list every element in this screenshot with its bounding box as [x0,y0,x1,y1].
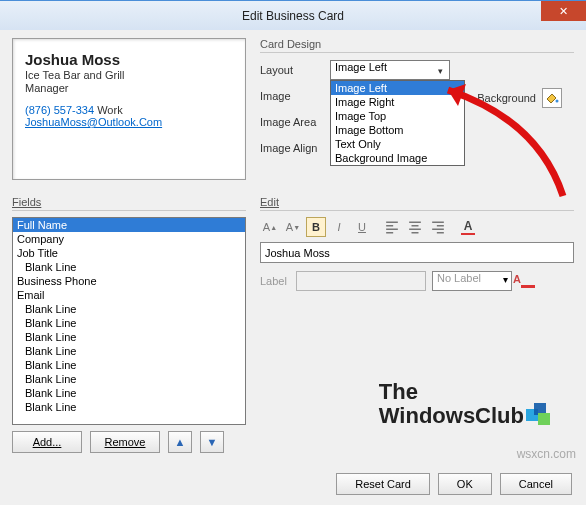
underline-button[interactable]: U [352,217,372,237]
preview-title: Manager [25,82,233,94]
field-item[interactable]: Blank Line [13,260,245,274]
card-design-group: Card Design Layout Image Left ▾ Image Le… [260,38,574,180]
bold-button[interactable]: B [306,217,326,237]
preview-phone: (876) 557-334 Work [25,104,233,116]
label-color-button[interactable]: A [518,271,538,291]
image-label: Image [260,90,330,102]
fields-label: Fields [12,196,246,211]
layout-label: Layout [260,64,330,76]
layout-option[interactable]: Background Image [331,151,464,165]
paint-bucket-icon [545,91,559,105]
layout-option[interactable]: Image Bottom [331,123,464,137]
svg-rect-3 [538,413,550,425]
dialog-buttons: Reset Card OK Cancel [336,473,572,495]
image-area-label: Image Area [260,116,330,128]
format-toolbar: A▲ A▼ B I U A [260,217,574,237]
fields-listbox[interactable]: Full NameCompanyJob TitleBlank LineBusin… [12,217,246,425]
cancel-button[interactable]: Cancel [500,473,572,495]
image-align-label: Image Align [260,142,330,154]
preview-company: Ice Tea Bar and Grill [25,69,233,81]
close-button[interactable]: ✕ [541,1,586,21]
card-design-label: Card Design [260,38,574,53]
remove-button[interactable]: Remove [90,431,160,453]
layout-combo[interactable]: Image Left ▾ [330,60,450,80]
increase-font-button[interactable]: A▲ [260,217,280,237]
field-item[interactable]: Email [13,288,245,302]
layout-option[interactable]: Image Left [331,81,464,95]
arrow-up-icon: ▲ [175,436,186,448]
background-color-button[interactable] [542,88,562,108]
background-label: Background [477,92,536,104]
layout-dropdown[interactable]: Image LeftImage RightImage TopImage Bott… [330,80,465,166]
card-preview: Joshua Moss Ice Tea Bar and Grill Manage… [12,38,246,180]
field-item[interactable]: Full Name [13,218,245,232]
align-right-button[interactable] [428,217,448,237]
decrease-font-button[interactable]: A▼ [283,217,303,237]
field-item[interactable]: Blank Line [13,302,245,316]
move-down-button[interactable]: ▼ [200,431,224,453]
field-item[interactable]: Business Phone [13,274,245,288]
add-button[interactable]: Add... [12,431,82,453]
label-position-combo[interactable]: No Label [432,271,512,291]
attribution: wsxcn.com [517,447,576,461]
field-item[interactable]: Blank Line [13,358,245,372]
field-item[interactable]: Blank Line [13,344,245,358]
move-up-button[interactable]: ▲ [168,431,192,453]
preview-email: JoshuaMoss@Outlook.Com [25,116,233,128]
window-title: Edit Business Card [242,9,344,23]
field-text-input[interactable] [260,242,574,263]
field-item[interactable]: Company [13,232,245,246]
field-item[interactable]: Job Title [13,246,245,260]
preview-name: Joshua Moss [25,51,233,68]
field-item[interactable]: Blank Line [13,386,245,400]
field-item[interactable]: Blank Line [13,372,245,386]
fields-group: Fields Full NameCompanyJob TitleBlank Li… [12,196,246,453]
svg-point-0 [556,100,559,103]
layout-option[interactable]: Image Top [331,109,464,123]
layout-option[interactable]: Image Right [331,95,464,109]
field-item[interactable]: Blank Line [13,330,245,344]
arrow-down-icon: ▼ [207,436,218,448]
align-center-button[interactable] [405,217,425,237]
reset-card-button[interactable]: Reset Card [336,473,430,495]
layout-option[interactable]: Text Only [331,137,464,151]
dialog-body: Joshua Moss Ice Tea Bar and Grill Manage… [0,30,586,505]
watermark-logo: The WindowsClub [379,380,550,427]
chevron-down-icon: ▾ [433,63,447,79]
align-left-button[interactable] [382,217,402,237]
font-color-button[interactable]: A [458,217,478,237]
edit-label: Edit [260,196,574,211]
label-input[interactable] [296,271,426,291]
field-item[interactable]: Blank Line [13,400,245,414]
italic-button[interactable]: I [329,217,349,237]
title-bar: Edit Business Card ✕ [0,0,586,30]
ok-button[interactable]: OK [438,473,492,495]
label-caption: Label [260,275,290,287]
field-item[interactable]: Blank Line [13,316,245,330]
